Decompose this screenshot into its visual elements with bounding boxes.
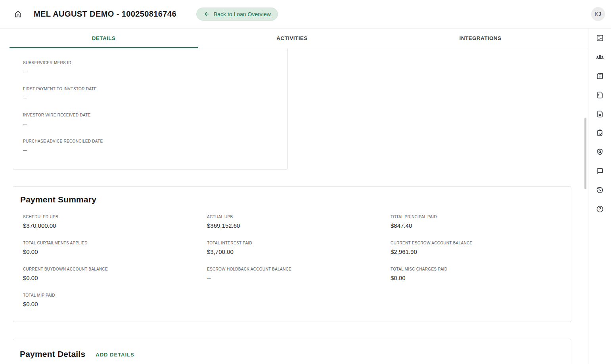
field-value: -- (23, 147, 287, 153)
field-first-payment-to-investor-date: FIRST PAYMENT TO INVESTOR DATE -- (23, 87, 287, 101)
field-label: CURRENT BUYDOWN ACCOUNT BALANCE (23, 267, 207, 271)
clipboard-check-icon[interactable] (590, 124, 609, 143)
groups-icon[interactable] (590, 48, 609, 67)
field-actual-upb: ACTUAL UPB $369,152.60 (207, 215, 391, 229)
tab-details[interactable]: DETAILS (10, 29, 198, 48)
history-icon[interactable] (590, 181, 609, 200)
field-value: -- (23, 94, 287, 101)
app-header: MEL AUGUST DEMO - 100250816746 Back to L… (0, 0, 611, 29)
back-to-loan-overview-button[interactable]: Back to Loan Overview (196, 8, 278, 21)
field-total-mip-paid: TOTAL MIP PAID $0.00 (23, 293, 207, 307)
investor-info-card: SUBSERVICER MERS ID -- FIRST PAYMENT TO … (13, 48, 288, 170)
field-label: TOTAL PRINCIPAL PAID (391, 215, 571, 219)
field-value: $3,700.00 (207, 248, 391, 255)
home-icon[interactable] (12, 9, 23, 20)
wysiwyg-icon[interactable] (590, 29, 609, 48)
field-value: $0.00 (391, 274, 571, 281)
field-value: -- (207, 274, 391, 281)
field-value: $2,961.90 (391, 248, 571, 255)
field-label: TOTAL MIP PAID (23, 293, 207, 297)
payment-summary-card: Payment Summary SCHEDULED UPB $370,000.0… (13, 186, 571, 322)
field-label: ESCROW HOLDBACK ACCOUNT BALANCE (207, 267, 391, 271)
field-value: $0.00 (23, 248, 207, 255)
field-total-interest-paid: TOTAL INTEREST PAID $3,700.00 (207, 241, 391, 255)
field-current-buydown-account-balance: CURRENT BUYDOWN ACCOUNT BALANCE $0.00 (23, 267, 207, 281)
field-label: SUBSERVICER MERS ID (23, 61, 287, 65)
field-label: CURRENT ESCROW ACCOUNT BALANCE (391, 241, 571, 245)
field-value: $370,000.00 (23, 222, 207, 229)
add-details-button[interactable]: ADD DETAILS (96, 352, 134, 358)
field-label: TOTAL MISC CHARGES PAID (391, 267, 571, 271)
field-total-curtailments-applied: TOTAL CURTAILMENTS APPLIED $0.00 (23, 241, 207, 255)
tab-bar: DETAILS ACTIVITIES INTEGRATIONS (0, 29, 588, 48)
field-label: ACTUAL UPB (207, 215, 391, 219)
field-label: INVESTOR WIRE RECEIVED DATE (23, 113, 287, 117)
field-value: $369,152.60 (207, 222, 391, 229)
field-label: TOTAL INTEREST PAID (207, 241, 391, 245)
field-label: SCHEDULED UPB (23, 215, 207, 219)
document-icon[interactable] (590, 105, 609, 124)
page-title: MEL AUGUST DEMO - 100250816746 (34, 10, 176, 19)
field-label: PURCHASE ADVICE RECONCILED DATE (23, 139, 287, 143)
tab-integrations[interactable]: INTEGRATIONS (386, 29, 575, 48)
payment-summary-title: Payment Summary (20, 194, 571, 206)
chat-icon[interactable] (590, 162, 609, 181)
field-purchase-advice-reconciled-date: PURCHASE ADVICE RECONCILED DATE -- (23, 139, 287, 153)
help-icon[interactable]: ? (590, 200, 609, 219)
field-value: $0.00 (23, 301, 207, 307)
arrow-left-icon (203, 11, 210, 17)
payment-summary-grid: SCHEDULED UPB $370,000.00 ACTUAL UPB $36… (23, 215, 571, 319)
field-value: -- (23, 68, 287, 75)
field-current-escrow-account-balance: CURRENT ESCROW ACCOUNT BALANCE $2,961.90 (391, 241, 571, 255)
field-scheduled-upb: SCHEDULED UPB $370,000.00 (23, 215, 207, 229)
content-scrollbar-thumb[interactable] (584, 118, 586, 189)
tab-activities[interactable]: ACTIVITIES (198, 29, 386, 48)
contract-icon[interactable] (590, 86, 609, 105)
field-value: -- (23, 120, 287, 127)
payment-details-card: Payment Details ADD DETAILS (13, 339, 571, 364)
field-total-misc-charges-paid: TOTAL MISC CHARGES PAID $0.00 (391, 267, 571, 281)
field-total-principal-paid: TOTAL PRINCIPAL PAID $847.40 (391, 215, 571, 229)
policy-shield-icon[interactable] (590, 143, 609, 162)
field-escrow-holdback-account-balance: ESCROW HOLDBACK ACCOUNT BALANCE -- (207, 267, 391, 281)
field-label: FIRST PAYMENT TO INVESTOR DATE (23, 87, 287, 91)
field-subservicer-mers-id: SUBSERVICER MERS ID -- (23, 61, 287, 75)
receipt-icon[interactable] (590, 67, 609, 86)
svg-text:?: ? (598, 207, 601, 211)
field-value: $847.40 (391, 222, 571, 229)
user-avatar[interactable]: KJ (591, 7, 605, 21)
field-label: TOTAL CURTAILMENTS APPLIED (23, 241, 207, 245)
field-investor-wire-received-date: INVESTOR WIRE RECEIVED DATE -- (23, 113, 287, 127)
field-value: $0.00 (23, 274, 207, 281)
back-button-label: Back to Loan Overview (214, 11, 271, 17)
payment-details-title: Payment Details (20, 348, 85, 360)
right-icon-rail: ? (588, 29, 611, 364)
